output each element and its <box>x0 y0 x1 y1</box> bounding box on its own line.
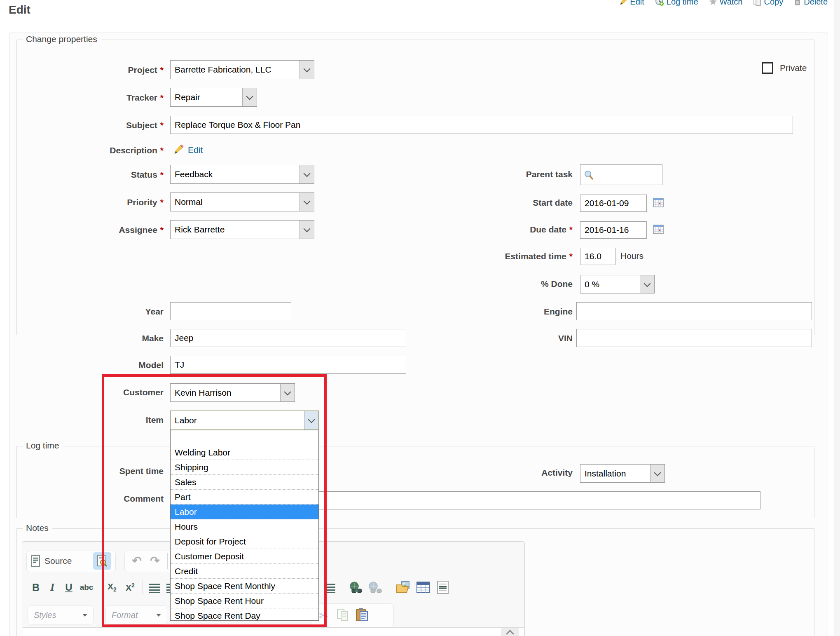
due-date-label: Due date* <box>371 225 573 235</box>
copy-icon <box>753 0 761 6</box>
styles-dropdown[interactable]: Styles <box>28 605 94 624</box>
context-log-time-link[interactable]: Log time <box>655 0 698 7</box>
context-edit-link[interactable]: Edit <box>619 0 644 7</box>
status-select[interactable]: Feedback <box>170 165 314 184</box>
magnifier-icon <box>584 170 594 180</box>
tracker-select[interactable]: Repair <box>170 88 257 107</box>
horizontal-rule-button[interactable] <box>433 579 452 596</box>
strikethrough-icon: abc <box>80 583 94 592</box>
star-icon <box>709 0 717 6</box>
activity-select[interactable]: Installation <box>580 464 665 483</box>
clock-plus-icon <box>655 0 664 6</box>
italic-button[interactable]: I <box>44 579 60 596</box>
underline-button[interactable]: U <box>61 579 77 596</box>
link-icon <box>349 582 364 594</box>
context-copy-link[interactable]: Copy <box>753 0 783 7</box>
paste-icon <box>356 608 369 622</box>
parent-task-input[interactable] <box>580 164 662 185</box>
description-edit-link[interactable]: Edit <box>188 145 203 155</box>
chevron-down-icon <box>242 88 257 106</box>
image-icon <box>396 581 411 594</box>
engine-input[interactable] <box>576 302 812 320</box>
image-button[interactable] <box>394 579 413 596</box>
due-date-input[interactable]: 2016-01-16 <box>580 221 647 239</box>
italic-icon: I <box>50 581 54 594</box>
table-button[interactable] <box>414 579 433 596</box>
estimated-time-label: Estimated time* <box>371 251 573 261</box>
project-select[interactable]: Barrette Fabrication, LLC <box>170 60 314 79</box>
context-delete-link[interactable]: Delete <box>794 0 828 7</box>
engine-label: Engine <box>371 307 573 317</box>
table-icon <box>416 581 430 594</box>
chevron-down-icon <box>640 275 654 293</box>
source-button[interactable]: Source <box>30 553 92 569</box>
trash-icon <box>794 0 801 6</box>
parent-task-label: Parent task <box>371 169 573 179</box>
change-properties-legend: Change properties <box>23 34 101 44</box>
year-input[interactable] <box>170 302 291 320</box>
start-date-label: Start date <box>371 198 573 208</box>
issue-edit-page: Edit Log time Watch Copy Delete Edit Cha… <box>0 0 840 636</box>
status-label: Status* <box>41 170 164 180</box>
unlink-button[interactable] <box>367 580 385 596</box>
copy-icon <box>337 608 349 622</box>
paste-button[interactable] <box>353 606 372 623</box>
subject-label: Subject* <box>41 120 164 130</box>
horizontal-rule-icon <box>437 581 449 594</box>
source-icon <box>30 555 40 567</box>
model-input[interactable]: TJ <box>170 356 406 374</box>
year-label: Year <box>41 307 164 317</box>
log-time-legend: Log time <box>23 441 63 451</box>
page-title: Edit <box>9 3 30 16</box>
annotation-rectangle <box>102 374 327 627</box>
private-checkbox[interactable] <box>762 62 773 74</box>
start-date-input[interactable]: 2016-01-09 <box>580 195 647 212</box>
pencil-icon <box>173 144 184 155</box>
tracker-label: Tracker* <box>41 93 164 103</box>
vin-label: VIN <box>371 333 573 343</box>
chevron-up-icon <box>506 630 514 636</box>
pencil-icon <box>619 0 627 6</box>
priority-label: Priority* <box>41 197 164 207</box>
context-watch-link[interactable]: Watch <box>709 0 743 7</box>
chevron-down-icon <box>299 193 314 211</box>
link-button[interactable] <box>348 580 366 596</box>
project-label: Project* <box>41 65 164 75</box>
copy-button[interactable] <box>334 607 352 623</box>
estimated-time-input[interactable]: 16.0 <box>580 248 615 265</box>
calendar-icon[interactable] <box>653 197 664 207</box>
private-label: Private <box>780 63 840 73</box>
context-menu: Edit Log time Watch Copy Delete <box>619 0 828 7</box>
activity-label: Activity <box>371 468 573 478</box>
calendar-icon[interactable] <box>653 224 664 234</box>
chevron-down-icon <box>299 165 314 183</box>
strikethrough-button[interactable]: abc <box>77 579 96 596</box>
percent-done-label: % Done <box>371 279 573 289</box>
toolbar-collapse-button[interactable] <box>501 628 519 636</box>
underline-icon: U <box>65 582 72 593</box>
change-properties-fieldset: Change properties <box>16 40 814 335</box>
vin-input[interactable] <box>576 329 812 347</box>
unlink-icon <box>368 582 383 594</box>
assignee-select[interactable]: Rick Barrette <box>170 220 314 239</box>
chevron-down-icon <box>299 221 314 239</box>
chevron-down-icon <box>299 61 314 79</box>
assignee-label: Assignee* <box>41 225 164 235</box>
bold-icon: B <box>32 582 40 594</box>
chevron-down-icon <box>650 465 665 482</box>
priority-select[interactable]: Normal <box>170 192 314 211</box>
subject-input[interactable]: Replace Torque Box & Floor Pan <box>170 116 793 134</box>
scrollbar[interactable] <box>834 0 840 636</box>
model-label: Model <box>41 360 164 370</box>
chevron-down-icon <box>82 614 87 617</box>
description-label: Description* <box>41 146 164 155</box>
estimated-time-suffix: Hours <box>620 251 682 261</box>
bold-button[interactable]: B <box>28 579 44 596</box>
percent-done-select[interactable]: 0 % <box>580 275 655 293</box>
notes-legend: Notes <box>23 523 52 533</box>
make-label: Make <box>41 333 164 343</box>
editor-content-area[interactable] <box>23 627 524 636</box>
